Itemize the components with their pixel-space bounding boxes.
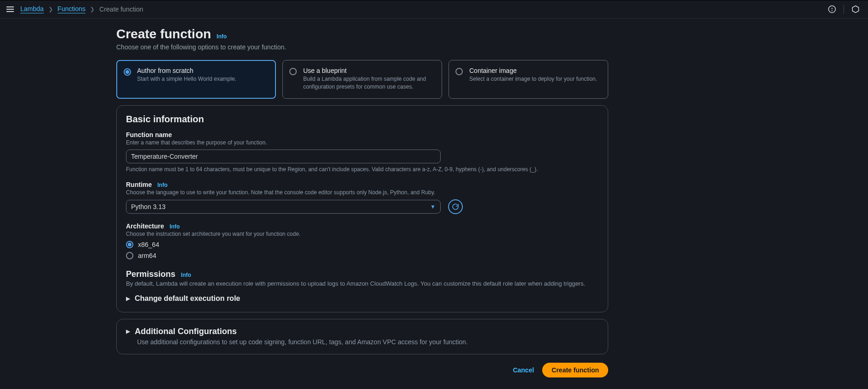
additional-configurations-toggle[interactable]: ▶ Additional Configurations xyxy=(126,327,599,336)
permissions-title: Permissions xyxy=(126,269,175,279)
info-link[interactable]: Info xyxy=(157,182,168,188)
permissions-desc: By default, Lambda will create an execut… xyxy=(126,280,599,287)
option-title: Use a blueprint xyxy=(303,67,434,74)
chevron-right-icon: ❯ xyxy=(48,6,53,12)
info-link[interactable]: Info xyxy=(169,223,180,230)
top-bar-left: Lambda ❯ Functions ❯ Create function xyxy=(6,5,143,13)
change-role-title: Change default execution role xyxy=(135,294,240,303)
change-default-execution-role-toggle[interactable]: ▶ Change default execution role xyxy=(126,294,599,303)
option-title: Container image xyxy=(469,67,600,74)
architecture-hint: Choose the instruction set architecture … xyxy=(126,231,599,237)
page-subtitle: Choose one of the following options to c… xyxy=(116,43,608,51)
runtime-value: Python 3.13 xyxy=(131,203,166,210)
function-name-hint: Enter a name that describes the purpose … xyxy=(126,139,599,146)
triangle-right-icon: ▶ xyxy=(126,295,130,302)
arch-option-arm64[interactable]: arm64 xyxy=(126,252,599,259)
runtime-hint: Choose the language to use to write your… xyxy=(126,189,599,196)
creation-options: Author from scratch Start with a simple … xyxy=(116,60,608,99)
svg-marker-3 xyxy=(852,6,859,13)
breadcrumb-functions-link[interactable]: Functions xyxy=(58,5,86,13)
cancel-button[interactable]: Cancel xyxy=(513,366,534,374)
caret-down-icon: ▼ xyxy=(430,203,436,210)
breadcrumb-service-link[interactable]: Lambda xyxy=(20,5,44,13)
option-desc: Select a container image to deploy for y… xyxy=(469,75,600,83)
radio-icon xyxy=(289,68,297,75)
function-name-constraint: Function name must be 1 to 64 characters… xyxy=(126,166,599,173)
info-link[interactable]: Info xyxy=(181,272,191,278)
chevron-right-icon: ❯ xyxy=(90,6,95,12)
option-container-image[interactable]: Container image Select a container image… xyxy=(449,60,608,99)
runtime-label: Runtime xyxy=(126,181,152,188)
settings-icon[interactable] xyxy=(850,3,862,15)
refresh-button[interactable] xyxy=(448,199,463,214)
top-bar-right xyxy=(826,3,862,15)
radio-icon xyxy=(455,68,463,75)
create-function-button[interactable]: Create function xyxy=(542,363,608,377)
basic-information-panel: Basic information Function name Enter a … xyxy=(116,105,608,312)
info-link[interactable]: Info xyxy=(216,33,227,40)
function-name-label: Function name xyxy=(126,131,172,138)
option-author-from-scratch[interactable]: Author from scratch Start with a simple … xyxy=(116,60,276,99)
radio-icon xyxy=(126,252,133,259)
additional-configurations-panel: ▶ Additional Configurations Use addition… xyxy=(116,319,608,354)
breadcrumb-current: Create function xyxy=(99,6,143,13)
triangle-right-icon: ▶ xyxy=(126,328,130,335)
arch-label-x86: x86_64 xyxy=(138,241,159,248)
main-content: Create function Info Choose one of the f… xyxy=(116,18,608,389)
additional-configurations-desc: Use additional configurations to set up … xyxy=(137,338,599,346)
additional-configurations-title: Additional Configurations xyxy=(135,327,237,336)
architecture-label: Architecture xyxy=(126,222,164,230)
option-use-blueprint[interactable]: Use a blueprint Build a Lambda applicati… xyxy=(282,60,442,99)
function-name-input[interactable] xyxy=(126,150,441,163)
arch-label-arm64: arm64 xyxy=(138,252,156,259)
radio-icon xyxy=(126,241,133,248)
action-row: Cancel Create function xyxy=(116,363,608,377)
runtime-select[interactable]: Python 3.13 ▼ xyxy=(126,200,441,214)
option-desc: Start with a simple Hello World example. xyxy=(137,75,268,83)
radio-icon xyxy=(124,68,131,76)
arch-option-x86[interactable]: x86_64 xyxy=(126,241,599,248)
divider xyxy=(844,5,844,14)
breadcrumb: Lambda ❯ Functions ❯ Create function xyxy=(20,5,143,13)
menu-icon[interactable] xyxy=(6,6,14,12)
help-icon[interactable] xyxy=(826,3,838,15)
svg-point-2 xyxy=(832,11,832,11)
page-title: Create function xyxy=(116,27,211,42)
panel-title: Basic information xyxy=(126,114,599,125)
option-desc: Build a Lambda application from sample c… xyxy=(303,75,434,91)
top-bar: Lambda ❯ Functions ❯ Create function xyxy=(0,0,868,18)
option-title: Author from scratch xyxy=(137,67,268,74)
